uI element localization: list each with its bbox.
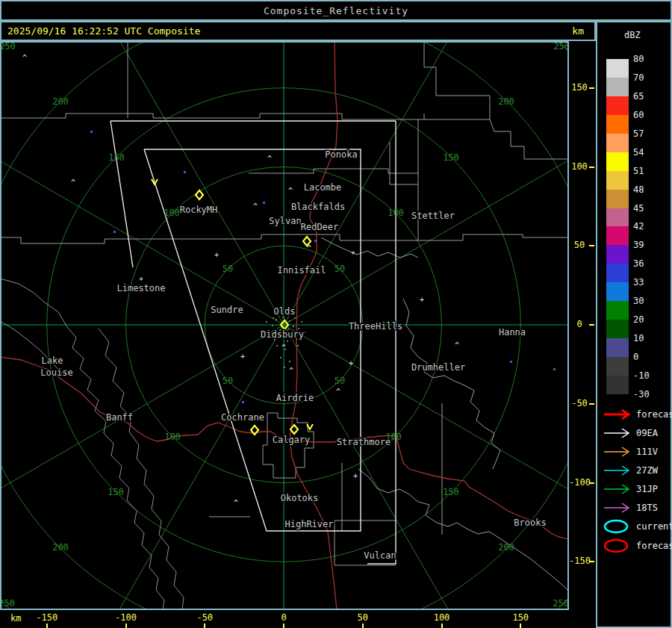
- clutter-dot: [272, 325, 273, 326]
- city-label: Limestone: [116, 283, 165, 293]
- echo-dot: [184, 171, 186, 173]
- city-label: RockyMH: [180, 205, 218, 215]
- colorbar-boundary-label: 33: [633, 277, 644, 287]
- colorbar-boundary-label: -10: [633, 370, 650, 381]
- bottom-axis-tick-label: -100: [115, 612, 137, 623]
- colorbar-boundary-label: 48: [633, 184, 644, 195]
- legend-arrow-icon: [602, 405, 633, 423]
- county-boundary: [1, 114, 424, 119]
- ring-distance-label: 150: [443, 487, 459, 497]
- legend-item: current: [602, 517, 672, 535]
- mountain-boundary: [1, 279, 67, 327]
- bottom-axis-tick: [125, 624, 127, 628]
- bottom-axis-tick: [441, 624, 443, 628]
- legend-item: 111V: [602, 443, 658, 461]
- legend-ellipse-icon: [602, 537, 633, 555]
- clutter-dot: [266, 321, 267, 323]
- point-marker: +: [420, 296, 424, 304]
- ring-distance-label: 200: [52, 542, 69, 553]
- legend-item-label: forecast: [636, 409, 672, 420]
- colorbar-boundary-label: 39: [633, 240, 644, 250]
- right-axis-unit-label: km: [572, 25, 584, 37]
- city-label: Banff: [106, 412, 133, 423]
- city-label: Olds: [274, 306, 296, 317]
- bottom-axis-tick: [283, 624, 284, 628]
- city-label: Vulcan: [364, 550, 396, 561]
- bottom-axis-tick-label: 0: [281, 612, 286, 623]
- colorbar-boundary-label: 42: [633, 221, 644, 231]
- city-label: Didsbury: [261, 329, 304, 340]
- city-label: Airdrie: [276, 393, 314, 403]
- ring-distance-label: 100: [388, 208, 404, 218]
- radar-sector-outline: [111, 121, 133, 267]
- colorbar-boundary-label: 51: [633, 166, 644, 176]
- clutter-dot: [276, 345, 278, 346]
- colorbar-block: [606, 226, 629, 245]
- colorbar-boundary-label: 0: [633, 352, 638, 362]
- colorbar-block: [606, 320, 629, 338]
- ring-distance-label: 50: [335, 264, 345, 274]
- right-axis-tick: [589, 245, 594, 246]
- clutter-dot: [289, 361, 290, 362]
- bottom-axis-tick-label: -50: [196, 612, 213, 623]
- city-label: Blackfalds: [291, 202, 345, 212]
- bottom-axis-tick-label: -150: [36, 612, 57, 623]
- city-label: Cochrane: [221, 412, 264, 423]
- right-axis-tick-label: 150: [569, 82, 590, 93]
- colorbar-boundary-label: 10: [633, 333, 644, 343]
- county-boundary: [424, 43, 490, 119]
- legend-item-label: 31JP: [636, 484, 658, 494]
- right-axis-tick: [589, 167, 594, 168]
- county-boundary: [249, 169, 418, 173]
- right-axis: 150100500-50-100-150: [569, 41, 596, 610]
- legend-item-label: 09EA: [636, 428, 658, 438]
- legend-item-label: 111V: [636, 447, 658, 457]
- bottom-axis-tick: [520, 624, 521, 628]
- echo-dot: [314, 240, 317, 242]
- city-label: ThreeHills: [349, 321, 402, 332]
- ring-distance-label: 250: [553, 43, 567, 52]
- point-marker: +: [214, 251, 219, 259]
- colorbar-boundary-label: -30: [633, 389, 650, 400]
- echo-dot: [242, 401, 244, 403]
- ring-distance-label: 150: [108, 487, 124, 497]
- clutter-dot: [287, 341, 288, 342]
- city-label: Lacombe: [304, 182, 342, 193]
- window-title: Composite_Reflectivity: [264, 5, 408, 16]
- point-marker: ^: [336, 388, 340, 396]
- bottom-axis-unit-label: km: [10, 613, 21, 624]
- point-marker: ^: [234, 499, 238, 507]
- city-label: HighRiver: [284, 519, 333, 529]
- map-svg: 5050505010010010010015015015015020020020…: [1, 43, 567, 609]
- right-axis-tick-label: -50: [569, 398, 590, 408]
- right-axis-tick-label: -150: [569, 556, 590, 566]
- legend-item: 31JP: [602, 480, 658, 498]
- city-label: Innisfail: [277, 265, 326, 276]
- header-bar: 2025/09/16 16:22:52 UTC Composite km: [0, 21, 596, 41]
- point-marker: ^: [281, 343, 286, 352]
- county-boundary: [390, 142, 418, 184]
- legend-arrow-icon: [602, 461, 633, 479]
- ring-distance-label: 50: [223, 264, 233, 274]
- mountain-boundary: [99, 329, 184, 609]
- legend-item-label: forecast: [636, 541, 672, 551]
- colorbar-panel: dBZ 807065605754514845423936333020100-10…: [596, 21, 672, 628]
- colorbar-block: [606, 190, 629, 208]
- city-label: Hanna: [499, 327, 526, 338]
- bottom-axis-tick-label: 150: [512, 612, 529, 623]
- legend-item-label: 18TS: [636, 503, 658, 513]
- right-axis-tick-label: -100: [569, 477, 590, 488]
- colorbar-boundary-label: 45: [633, 203, 644, 214]
- legend-arrow-icon: [602, 480, 633, 498]
- echo-dot: [90, 131, 93, 133]
- clutter-dot: [304, 332, 305, 333]
- echo-dot: [113, 231, 116, 233]
- colorbar-block: [606, 78, 629, 96]
- clutter-dot: [282, 317, 284, 318]
- colorbar-block: [606, 115, 629, 134]
- right-axis-tick: [589, 482, 594, 484]
- colorbar-block: [606, 96, 629, 115]
- ring-distance-label: 200: [498, 96, 514, 107]
- colorbar-block: [606, 264, 629, 282]
- legend-item: forecast: [602, 537, 672, 555]
